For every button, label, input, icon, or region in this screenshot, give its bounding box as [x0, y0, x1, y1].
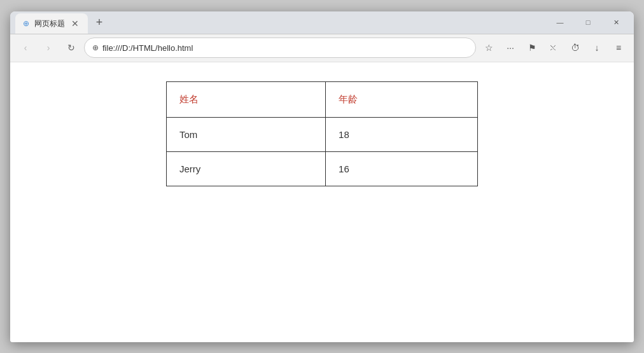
page-inner: 姓名 年龄 Tom 18 Jerry 16	[23, 75, 621, 329]
more-button[interactable]: ···	[500, 38, 521, 58]
title-bar: ⊕ 网页标题 ✕ + — □ ✕	[10, 11, 634, 34]
browser-tab[interactable]: ⊕ 网页标题 ✕	[15, 13, 88, 34]
reload-button[interactable]: ↻	[61, 38, 81, 58]
url-text: file:///D:/HTML/hello.html	[102, 43, 193, 53]
cell-name-1: Tom	[167, 117, 326, 151]
minimize-button[interactable]: —	[547, 12, 573, 32]
window-controls: — □ ✕	[547, 12, 629, 32]
url-security-icon: ⊕	[92, 43, 99, 52]
history-button[interactable]: ⏱	[565, 38, 585, 58]
url-bar[interactable]: ⊕ file:///D:/HTML/hello.html	[84, 38, 476, 58]
tab-site-icon: ⊕	[23, 19, 29, 28]
data-table: 姓名 年龄 Tom 18 Jerry 16	[166, 81, 478, 186]
bookmark-button[interactable]: ☆	[479, 38, 499, 58]
cell-age-2: 16	[326, 151, 478, 186]
download-button[interactable]: ↓	[587, 38, 607, 58]
tab-close-button[interactable]: ✕	[70, 18, 80, 29]
table-header-row: 姓名 年龄	[167, 81, 478, 117]
table-row: Tom 18	[167, 117, 478, 151]
menu-button[interactable]: ≡	[608, 38, 629, 58]
table-row: Jerry 16	[167, 151, 478, 186]
col-header-age: 年龄	[326, 81, 478, 117]
col-header-name: 姓名	[167, 81, 326, 117]
maximize-button[interactable]: □	[575, 12, 601, 32]
page-content: 姓名 年龄 Tom 18 Jerry 16	[10, 62, 634, 342]
close-button[interactable]: ✕	[603, 12, 629, 32]
cell-age-1: 18	[326, 117, 478, 151]
tab-title: 网页标题	[34, 18, 65, 29]
cell-name-2: Jerry	[167, 151, 326, 186]
collections-button[interactable]: ⚑	[522, 38, 542, 58]
new-tab-button[interactable]: +	[90, 13, 108, 31]
browser-window: ⊕ 网页标题 ✕ + — □ ✕ ‹ › ↻ ⊕ file:///D:/HTML…	[10, 11, 634, 342]
forward-button[interactable]: ›	[38, 38, 59, 58]
toolbar-right: ☆ ··· ⚑ ⛌ ⏱ ↓ ≡	[479, 38, 629, 58]
back-button[interactable]: ‹	[15, 38, 36, 58]
address-bar: ‹ › ↻ ⊕ file:///D:/HTML/hello.html ☆ ···…	[10, 34, 634, 62]
split-button[interactable]: ⛌	[543, 38, 564, 58]
